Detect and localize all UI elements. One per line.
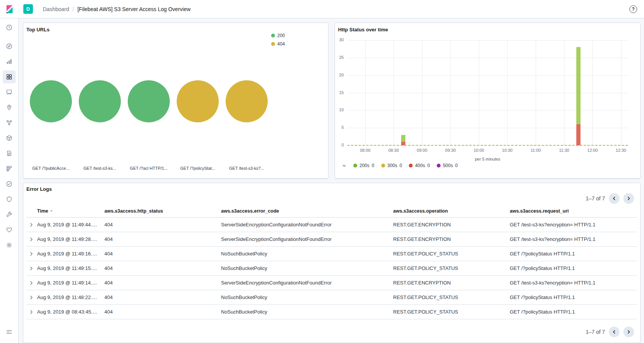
- bubble-label: GET /?acl HTTP/1...: [124, 166, 173, 171]
- machine-learning-icon[interactable]: [3, 116, 16, 129]
- legend-dot-400s: [409, 164, 413, 167]
- table-row: Aug 9, 2019 @ 11:49:15.000 404 NoSuchBuc…: [26, 261, 637, 276]
- cell-request-uri: GET /?policyStatus HTTP/1.1: [507, 305, 637, 319]
- stacked-bar[interactable]: [401, 135, 405, 146]
- logs-icon[interactable]: [3, 147, 16, 160]
- legend-dot-200s: [353, 164, 357, 167]
- gridline: [564, 40, 564, 145]
- help-icon[interactable]: ?: [629, 5, 637, 13]
- expand-row-icon[interactable]: [29, 295, 34, 300]
- table-row: Aug 9, 2019 @ 11:49:44.000 404 ServerSid…: [26, 218, 637, 232]
- cell-error-code: ServerSideEncryptionConfigurationNotFoun…: [219, 232, 391, 247]
- legend-value: 0: [400, 163, 402, 168]
- bubble-label: GET /?publicAcce...: [26, 166, 75, 171]
- next-page-button[interactable]: [623, 327, 634, 337]
- expand-row-icon[interactable]: [29, 309, 34, 315]
- expand-row-icon[interactable]: [29, 237, 34, 242]
- cell-time: Aug 9, 2019 @ 11:49:16.000: [35, 247, 102, 261]
- kibana-logo-icon[interactable]: [0, 5, 19, 14]
- gridline: [347, 128, 628, 128]
- column-header-error-code[interactable]: aws.s3access.error_code: [219, 205, 391, 218]
- infrastructure-icon[interactable]: [3, 132, 16, 145]
- legend-item-300s[interactable]: 300s 0: [381, 163, 402, 168]
- stack-monitoring-icon[interactable]: [3, 223, 16, 236]
- legend-dot-404: [271, 42, 275, 46]
- legend-item-500s[interactable]: 500s 0: [437, 163, 458, 168]
- breadcrumb: Dashboard / [Filebeat AWS] S3 Server Acc…: [43, 6, 190, 12]
- bubble-mark[interactable]: [226, 80, 268, 122]
- siem-icon[interactable]: [3, 193, 16, 206]
- y-axis-tick: 5: [334, 125, 344, 130]
- recently-viewed-icon[interactable]: [3, 21, 16, 34]
- discover-icon[interactable]: [3, 40, 16, 53]
- x-axis-tick: 10:00: [473, 148, 484, 153]
- http-status-legend: 200s 0 300s 0 400s 0 50: [342, 163, 458, 168]
- x-axis-tick: 08:30: [389, 148, 399, 153]
- bubble-mark[interactable]: [30, 80, 72, 122]
- prev-page-button[interactable]: [609, 327, 620, 337]
- cell-operation: REST.GET.ENCRYPTION: [391, 232, 507, 247]
- breadcrumb-dashboard[interactable]: Dashboard: [43, 6, 69, 12]
- cell-request-uri: GET /?policyStatus HTTP/1.1: [507, 247, 637, 261]
- cell-http-status: 404: [102, 261, 219, 276]
- gridline: [365, 40, 366, 145]
- column-header-http-status[interactable]: aws.s3access.http_status: [102, 205, 219, 218]
- cell-time: Aug 9, 2019 @ 11:48:22.000: [35, 290, 102, 305]
- gridline: [592, 40, 593, 145]
- y-axis-tick: 0: [334, 143, 344, 147]
- bubble-mark[interactable]: [79, 80, 121, 122]
- space-avatar[interactable]: D: [23, 4, 33, 14]
- gridline: [507, 40, 507, 145]
- uptime-icon[interactable]: [3, 177, 16, 190]
- bubble-label: GET /test-s3-ks...: [75, 166, 124, 171]
- legend-item-400s[interactable]: 400s 0: [409, 163, 430, 168]
- panel-http-status: Http Status over time 30 25 20 15 10 5 0…: [335, 23, 641, 179]
- legend-item-200[interactable]: 200: [271, 33, 285, 38]
- column-header-time[interactable]: Time: [35, 205, 102, 218]
- x-axis-tick: 09:00: [417, 148, 428, 153]
- legend-label: 500s: [443, 163, 453, 168]
- x-axis-tick: 08:00: [360, 148, 371, 153]
- error-logs-table: Time aws.s3access.http_status aws.s3acce…: [26, 205, 637, 319]
- legend-dot-500s: [437, 164, 441, 167]
- stacked-bar[interactable]: [576, 47, 581, 145]
- expand-row-icon[interactable]: [29, 280, 34, 286]
- column-header-request-uri[interactable]: aws.s3access.request_uri: [507, 205, 637, 218]
- gridline: [394, 40, 394, 145]
- apm-icon[interactable]: [3, 162, 16, 175]
- breadcrumb-separator: /: [73, 6, 74, 12]
- left-navigation: [0, 18, 19, 343]
- panel-title-error-logs: Error Logs: [26, 186, 637, 192]
- gridline: [621, 40, 621, 145]
- expand-row-icon[interactable]: [29, 266, 34, 271]
- bubble-group: GET /?acl HTTP/1...: [124, 23, 173, 178]
- legend-item-200s[interactable]: 200s 0: [353, 163, 374, 168]
- gridline: [347, 75, 628, 76]
- expand-row-icon[interactable]: [29, 222, 34, 228]
- x-axis-tick: 09:30: [445, 148, 456, 153]
- collapse-navigation-icon[interactable]: [3, 325, 16, 338]
- legend-dot-200: [271, 34, 275, 37]
- canvas-icon[interactable]: [3, 86, 16, 99]
- prev-page-button[interactable]: [609, 193, 620, 204]
- management-icon[interactable]: [3, 239, 16, 252]
- expand-row-icon[interactable]: [29, 251, 34, 257]
- cell-operation: REST.GET.POLICY_STATUS: [391, 305, 507, 319]
- cell-error-code: NoSuchBucketPolicy: [219, 261, 391, 276]
- legend-dot-300s: [381, 164, 385, 167]
- dashboard-icon[interactable]: [3, 70, 16, 83]
- legend-item-404[interactable]: 404: [271, 41, 285, 47]
- next-page-button[interactable]: [623, 193, 634, 204]
- y-axis-tick: 10: [334, 107, 344, 112]
- sort-descending-icon: [50, 208, 53, 214]
- legend-label: 400s: [415, 163, 425, 168]
- bubble-mark[interactable]: [128, 80, 170, 122]
- table-row: Aug 9, 2019 @ 11:49:28.000 404 ServerSid…: [26, 232, 637, 247]
- column-header-operation[interactable]: aws.s3access.operation: [391, 205, 507, 218]
- chevron-down-icon[interactable]: [342, 163, 346, 168]
- dev-tools-icon[interactable]: [3, 208, 16, 221]
- visualize-icon[interactable]: [3, 55, 16, 68]
- cell-error-code: NoSuchBucketPolicy: [219, 305, 391, 319]
- bubble-mark[interactable]: [177, 80, 219, 122]
- maps-icon[interactable]: [3, 101, 16, 114]
